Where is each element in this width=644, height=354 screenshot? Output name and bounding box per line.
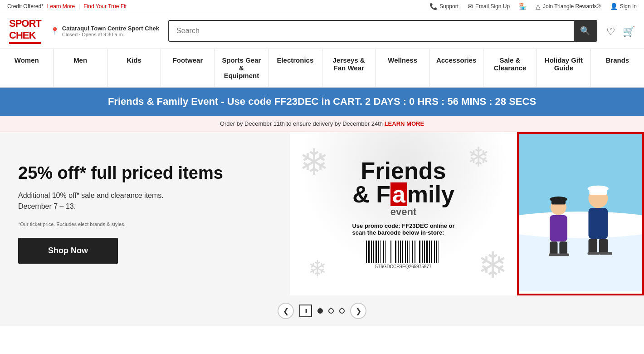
pause-icon: ⏸ — [303, 308, 308, 314]
chevron-right-icon: ❯ — [356, 307, 361, 315]
find-true-fit-link[interactable]: Find Your True Fit — [83, 3, 127, 10]
carousel-dot-2[interactable] — [328, 308, 334, 314]
delivery-bar: Order by December 11th to ensure deliver… — [0, 116, 644, 132]
signin-label: Sign In — [620, 3, 637, 10]
hero-title: 25% off* full priced items — [18, 164, 272, 183]
nav-item-jerseys[interactable]: Jerseys &Fan Wear — [322, 49, 376, 87]
header: SPORT CHEK Cataraqui Town Centre Sport C… — [0, 13, 644, 49]
search-button[interactable] — [574, 21, 596, 41]
promo-banner-text: Friends & Family Event - Use code FF23DE… — [108, 96, 536, 107]
ff-logo: Friends & Family event — [352, 159, 454, 218]
svg-rect-16 — [558, 253, 569, 256]
email-icon — [468, 3, 473, 10]
top-bar-left: Credit Offered* Learn More | Find Your T… — [7, 3, 127, 10]
hero-date: December 7 – 13. — [18, 202, 272, 211]
delivery-text: Order by December 11th to ensure deliver… — [220, 120, 383, 127]
svg-rect-15 — [549, 253, 559, 256]
nav-item-holiday[interactable]: Holiday GiftGuide — [537, 49, 590, 87]
user-icon — [610, 3, 618, 10]
store-info[interactable]: Cataraqui Town Centre Sport Chek Closed … — [50, 25, 159, 37]
svg-rect-5 — [550, 241, 557, 255]
ff-and-f: & F — [352, 181, 390, 207]
svg-rect-17 — [588, 252, 600, 255]
hero-ff-area: ❄ ❄ ❄ ❄ Friends & Family event Use promo… — [290, 132, 517, 295]
chevron-left-icon: ❮ — [283, 307, 289, 315]
ff-friends-text: Friends — [352, 159, 454, 182]
ff-event-text: event — [352, 206, 454, 218]
snowflake-decoration-1: ❄ — [299, 141, 329, 183]
nav-item-women[interactable]: Women — [0, 49, 54, 87]
shop-now-button[interactable]: Shop Now — [18, 238, 118, 264]
learn-more-delivery-link[interactable]: LEARN MORE — [385, 120, 424, 127]
svg-rect-6 — [559, 241, 567, 255]
store-details: Cataraqui Town Centre Sport Chek Closed … — [62, 25, 159, 37]
heart-icon — [606, 24, 615, 38]
cart-icon — [623, 24, 635, 38]
top-bar-right: Support Email Sign Up Join Triangle Rewa… — [429, 3, 637, 10]
phone-icon — [429, 3, 437, 10]
carousel-dot-3[interactable] — [339, 308, 345, 314]
svg-point-2 — [519, 211, 642, 238]
store-icon — [519, 3, 527, 10]
email-signup-link[interactable]: Email Sign Up — [468, 3, 510, 10]
ff-a-box: a — [390, 182, 407, 206]
triangle-rewards-link[interactable]: Join Triangle Rewards® — [536, 3, 601, 10]
snowflake-decoration-4: ❄ — [308, 256, 327, 282]
search-input[interactable] — [169, 21, 574, 41]
carousel-pause-button[interactable]: ⏸ — [299, 305, 312, 317]
snowflake-decoration-2: ❄ — [478, 244, 508, 286]
nav-item-sports-gear[interactable]: Sports Gear &Equipment — [215, 49, 268, 87]
nav-item-electronics[interactable]: Electronics — [268, 49, 322, 87]
search-bar[interactable] — [168, 20, 597, 42]
search-icon — [580, 26, 590, 36]
header-icons — [606, 24, 635, 38]
cart-button[interactable] — [623, 24, 635, 38]
support-link[interactable]: Support — [429, 3, 459, 10]
nav-item-sale[interactable]: Sale &Clearance — [483, 49, 537, 87]
ff-promo-line2: scan the barcode below in-store: — [352, 229, 454, 236]
carousel-dot-1[interactable] — [317, 308, 323, 314]
carousel-prev-button[interactable]: ❮ — [278, 303, 294, 319]
ff-promo-line1: Use promo code: FF23DEC online or — [352, 222, 454, 229]
nav-item-brands[interactable]: Brands — [591, 49, 644, 87]
svg-rect-12 — [599, 239, 608, 254]
signin-link[interactable]: Sign In — [610, 3, 637, 10]
svg-rect-10 — [588, 208, 608, 239]
store-status: Closed · Opens at 9:30 a.m. — [62, 32, 159, 37]
svg-rect-11 — [588, 239, 597, 254]
nav-item-kids[interactable]: Kids — [107, 49, 161, 87]
ff-family-text: & Family — [352, 182, 454, 206]
nav-item-men[interactable]: Men — [54, 49, 107, 87]
wishlist-button[interactable] — [606, 24, 615, 38]
barcode-number: 5T6GDCCFSEQ265975877 — [376, 264, 432, 269]
logo-area[interactable]: SPORT CHEK — [9, 18, 41, 44]
top-bar: Credit Offered* Learn More | Find Your T… — [0, 0, 644, 13]
hero-disclaimer: *Our ticket price. Excludes elect brands… — [18, 221, 272, 227]
carousel-next-button[interactable]: ❯ — [350, 303, 366, 319]
logo-underline — [9, 42, 41, 44]
location-icon — [50, 27, 59, 35]
nav-item-footwear[interactable]: Footwear — [161, 49, 215, 87]
snowflake-decoration-3: ❄ — [467, 141, 490, 173]
svg-point-8 — [550, 197, 567, 202]
hero-subtitle: Additional 10% off* sale and clearance i… — [18, 192, 272, 200]
carousel-controls: ❮ ⏸ ❯ — [0, 295, 644, 326]
email-signup-label: Email Sign Up — [475, 3, 510, 10]
hero-photo — [517, 132, 644, 295]
store-locator-link[interactable] — [519, 3, 527, 10]
learn-more-link[interactable]: Learn More — [47, 3, 75, 10]
ff-logo-content: Friends & Family event Use promo code: F… — [352, 159, 454, 269]
ff-mily: mily — [407, 181, 454, 207]
triangle-label: Join Triangle Rewards® — [543, 3, 601, 10]
svg-point-14 — [588, 186, 609, 192]
svg-rect-18 — [600, 252, 612, 255]
hero-left: 25% off* full priced items Additional 10… — [0, 132, 290, 295]
support-label: Support — [439, 3, 459, 10]
credit-text: Credit Offered* — [7, 3, 44, 10]
nav-item-wellness[interactable]: Wellness — [376, 49, 429, 87]
triangle-icon — [536, 3, 541, 10]
divider: | — [78, 3, 80, 10]
nav-item-accessories[interactable]: Accessories — [429, 49, 483, 87]
barcode-image: // Generate barcode bars const barcodeCo… — [366, 241, 441, 263]
main-nav: Women Men Kids Footwear Sports Gear &Equ… — [0, 49, 644, 88]
